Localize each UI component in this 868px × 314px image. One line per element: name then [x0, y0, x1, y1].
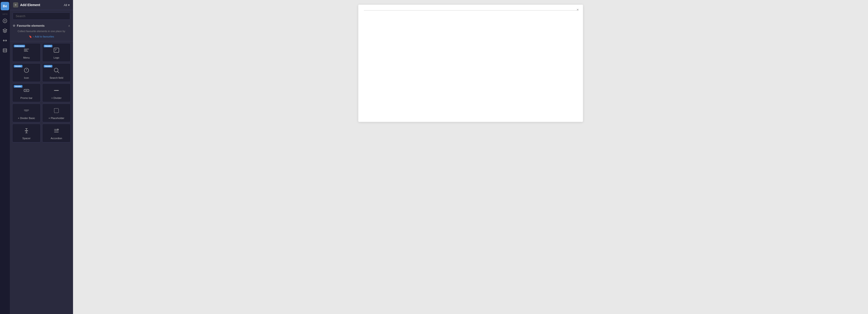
svg-rect-5: [3, 49, 7, 52]
element-label-spacer: Spacer: [23, 137, 31, 140]
sidebar-header: + Add Element All ▾: [10, 0, 73, 10]
favourites-description: Collect favourite elements in one place …: [13, 29, 70, 33]
element-label-menu: Menu: [23, 56, 30, 59]
svg-point-33: [26, 130, 27, 131]
svg-line-18: [58, 72, 59, 73]
favourites-title-text: Favourite elements: [17, 24, 45, 27]
search-input[interactable]: [13, 12, 70, 20]
add-element-plus-icon[interactable]: +: [13, 2, 18, 7]
element-card-divider-basic[interactable]: + Divider Basic: [12, 104, 41, 122]
search-bar-wrapper: [10, 10, 73, 22]
version-tag: V27.5: [3, 13, 7, 15]
element-badge-promo-bar: Header: [14, 85, 23, 88]
accordion-icon: [53, 127, 60, 136]
canvas-document: ×: [358, 5, 583, 122]
svg-point-22: [55, 90, 55, 90]
favourites-collapse-button[interactable]: ∧: [68, 24, 70, 27]
element-label-promo-bar: Promo bar: [20, 96, 32, 99]
element-card-search-field[interactable]: Header Search field: [42, 63, 71, 82]
add-to-favourites-link[interactable]: 🔖 › Add to favourites: [13, 35, 70, 38]
spacer-icon: [23, 127, 30, 136]
element-card-accordion[interactable]: Accordion: [42, 124, 71, 142]
svg-point-24: [58, 90, 58, 90]
element-label-search-field: Search field: [50, 76, 63, 79]
element-card-placeholder[interactable]: + Placeholder: [42, 104, 71, 122]
svg-point-17: [54, 68, 58, 72]
element-card-menu[interactable]: Sidemenu Menu: [12, 43, 41, 62]
svg-point-23: [56, 90, 57, 90]
element-label-icon: Icon: [24, 76, 29, 79]
logo-icon: [53, 47, 60, 55]
filter-dropdown[interactable]: All ▾: [64, 3, 70, 7]
element-card-promo-bar[interactable]: Header Promo bar: [12, 83, 41, 102]
element-label-logo: Logo: [54, 56, 59, 59]
search-field-icon: [53, 67, 60, 75]
sidebar-wrapper: + Add Element All ▾ ☆ Favourite elements…: [10, 0, 73, 314]
promo-bar-icon: [23, 87, 30, 95]
sidebar-panel: + Add Element All ▾ ☆ Favourite elements…: [10, 0, 73, 314]
element-badge-logo: Header: [44, 45, 53, 47]
element-card-icon[interactable]: Header Icon: [12, 63, 41, 82]
filter-label: All: [64, 3, 67, 7]
svg-point-32: [25, 130, 26, 131]
element-badge-icon: Header: [14, 65, 23, 67]
arrow-right-icon: ›: [33, 35, 34, 38]
element-label-placeholder: + Placeholder: [49, 117, 64, 119]
icon-bar-arrange[interactable]: [1, 36, 9, 45]
sidebar-header-left: + Add Element: [13, 2, 40, 7]
add-element-button[interactable]: Add Element: [20, 3, 40, 7]
divider-icon: [53, 87, 60, 95]
svg-marker-3: [3, 29, 7, 31]
bookmark-icon: 🔖: [29, 35, 32, 38]
menu-icon: [23, 47, 30, 55]
add-to-fav-text: Add to favourites: [35, 35, 54, 38]
element-badge-menu: Sidemenu: [14, 45, 25, 47]
icon-bar-add[interactable]: [1, 17, 9, 25]
star-icon: ☆: [13, 24, 16, 27]
element-label-divider: + Divider: [51, 96, 62, 99]
favourites-header: ☆ Favourite elements ∧: [13, 24, 70, 27]
favourites-title: ☆ Favourite elements: [13, 24, 45, 27]
close-button[interactable]: ×: [575, 7, 581, 13]
app-logo: Be: [1, 2, 9, 10]
element-badge-search-field: Header: [44, 65, 53, 67]
divider-basic-icon: [23, 107, 30, 115]
element-icon-icon: [23, 67, 30, 75]
icon-bar-layers[interactable]: [1, 27, 9, 35]
icon-bar-pages[interactable]: [1, 46, 9, 55]
favourites-section: ☆ Favourite elements ∧ Collect favourite…: [10, 22, 73, 41]
elements-grid: Sidemenu Menu Header Logo Header: [10, 41, 73, 144]
chevron-down-icon: ▾: [68, 3, 70, 7]
icon-bar: Be V27.5: [0, 0, 10, 314]
element-label-divider-basic: + Divider Basic: [18, 117, 35, 119]
placeholder-icon: [53, 107, 60, 115]
svg-rect-28: [54, 108, 59, 113]
element-label-accordion: Accordion: [51, 137, 62, 140]
element-card-spacer[interactable]: Spacer: [12, 124, 41, 142]
element-card-divider[interactable]: + Divider: [42, 83, 71, 102]
element-card-logo[interactable]: Header Logo: [42, 43, 71, 62]
svg-point-34: [27, 130, 28, 131]
svg-rect-11: [54, 48, 59, 52]
main-canvas: ×: [73, 0, 868, 314]
